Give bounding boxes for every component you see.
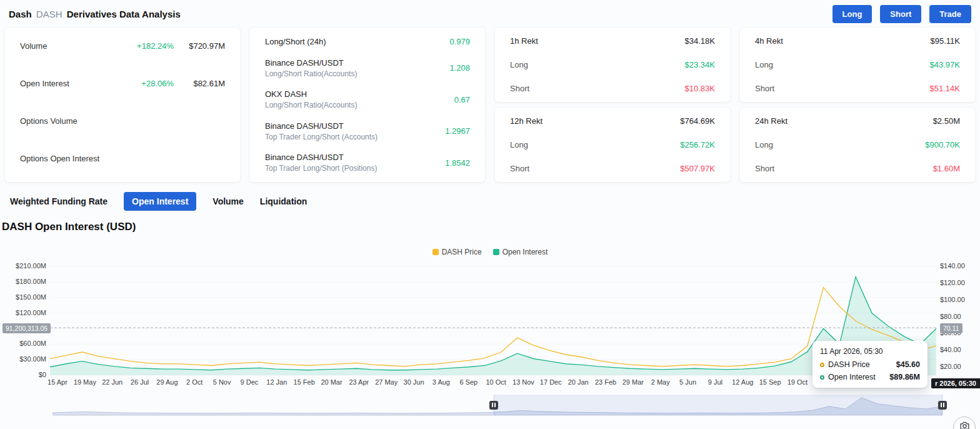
chart-navigator[interactable] (52, 395, 942, 416)
stat-label: Volume (20, 41, 47, 51)
tab-weighted-funding-rate[interactable]: Weighted Funding Rate (10, 196, 108, 206)
camera-button[interactable] (953, 416, 976, 429)
stat-label: Options Volume (20, 116, 78, 126)
x-axis-tick: 6 Sep (459, 378, 478, 386)
x-axis-tick: 23 Feb (595, 378, 616, 386)
rekt-long-row: Long $23.34K (510, 60, 715, 69)
page-title-text: Derivatives Data Analysis (67, 9, 181, 19)
ratio-value: 0.979 (449, 37, 470, 46)
stat-change: +182.24% (137, 41, 174, 51)
chart-legend: DASH Price Open Interest (0, 248, 980, 256)
rekt-long-row: Long $43.97K (755, 60, 960, 69)
right-axis-tick: $80.00 (940, 313, 979, 320)
left-axis-tick: $30.00M (0, 355, 46, 363)
ratio-row: Long/Short (24h) 0.979 (265, 37, 470, 46)
rekt-total-row: 24h Rekt $2.50M (755, 116, 960, 126)
x-axis-tick: 2 Oct (186, 378, 202, 386)
x-axis-tick: 10 Oct (486, 378, 506, 386)
rekt-total-row: 4h Rekt $95.11K (755, 36, 960, 46)
rekt-short-row: Short $51.14K (755, 84, 960, 93)
x-axis-tick: 12 Aug (732, 378, 753, 386)
long-button[interactable]: Long (832, 5, 872, 23)
rekt-short-value: $51.14K (930, 84, 960, 93)
tab-open-interest[interactable]: Open Interest (124, 192, 196, 211)
ratio-title: Binance DASH/USDT (265, 121, 378, 131)
rekt-long-value: $23.34K (685, 60, 715, 69)
navigator-selected-range[interactable] (494, 395, 942, 415)
trade-button[interactable]: Trade (929, 5, 971, 23)
tooltip-time: 11 Apr 2026, 05:30 (820, 347, 920, 356)
rekt-total: $34.18K (685, 36, 715, 46)
short-button[interactable]: Short (880, 5, 921, 23)
rekt-short-row: Short $1.60M (755, 164, 960, 173)
stat-change: +28.06% (141, 79, 174, 88)
rekt-long-row: Long $900.70K (755, 140, 960, 149)
short-label: Short (755, 84, 774, 93)
page: Dash DASH Derivatives Data Analysis Long… (0, 0, 980, 429)
legend-item-open-interest[interactable]: Open Interest (493, 248, 548, 256)
ratio-row: Binance DASH/USDT Long/Short Ratio(Accou… (265, 58, 470, 78)
long-label: Long (510, 140, 528, 149)
rekt-short-value: $10.83K (685, 84, 715, 93)
long-label: Long (510, 60, 528, 69)
x-axis-tick: 5 Nov (213, 378, 231, 386)
rekt-24h-card: 24h Rekt $2.50M Long $900.70K Short $1.6… (740, 108, 975, 182)
ratio-title: Binance DASH/USDT (265, 153, 377, 162)
rekt-period: 4h Rekt (755, 36, 783, 46)
rekt-1h-card: 1h Rekt $34.18K Long $23.34K Short $10.8… (495, 28, 730, 102)
x-axis-tick: 20 Jan (568, 378, 589, 386)
stat-value: $82.61M (180, 79, 225, 88)
rekt-total: $764.69K (680, 116, 715, 126)
rekt-column-1: 1h Rekt $34.18K Long $23.34K Short $10.8… (495, 28, 730, 182)
right-axis-tick: $100.00 (940, 296, 979, 303)
crosshair-date-badge: r 2026, 05:30 (931, 378, 980, 388)
stat-value: $720.97M (180, 41, 225, 51)
left-axis-tick: $180.00M (0, 278, 46, 285)
open-interest-row: Open Interest +28.06% $82.61M (20, 79, 225, 88)
rekt-long-value: $256.72K (680, 140, 715, 149)
rekt-short-value: $1.60M (933, 164, 960, 173)
left-axis: $210.00M$180.00M$150.00M$120.00M$90.00M$… (0, 261, 46, 375)
ratio-value: 1.8542 (445, 158, 470, 168)
navigator-left-handle[interactable] (489, 401, 498, 410)
tab-volume[interactable]: Volume (212, 196, 244, 206)
chart-plot[interactable] (50, 261, 936, 375)
legend-item-dash-price[interactable]: DASH Price (432, 248, 482, 256)
left-axis-tick: $150.00M (0, 293, 46, 301)
tooltip-row: DASH Price $45.60 (820, 360, 920, 369)
ratio-titles: Binance DASH/USDT Top Trader Long/Short … (265, 121, 378, 141)
ratio-subtitle: Top Trader Long/Short (Accounts) (265, 133, 378, 141)
rekt-short-row: Short $10.83K (510, 84, 715, 93)
stat-values: +182.24% $720.97M (137, 41, 225, 51)
left-axis-tick: $120.00M (0, 309, 46, 316)
tooltip-label: DASH Price (828, 360, 896, 369)
x-axis-tick: 30 Jun (404, 378, 424, 386)
dash-price-swatch-icon (432, 249, 439, 255)
ratio-titles: Binance DASH/USDT Long/Short Ratio(Accou… (265, 58, 357, 78)
rekt-long-row: Long $256.72K (510, 140, 715, 149)
ratio-title: OKX DASH (265, 89, 357, 99)
rekt-long-value: $900.70K (925, 140, 960, 149)
open-interest-swatch-icon (493, 249, 499, 255)
x-axis-tick: 3 Aug (432, 378, 450, 386)
top-bar: Dash DASH Derivatives Data Analysis Long… (0, 0, 980, 28)
left-axis-tick: $0 (0, 371, 46, 378)
x-axis-tick: 19 Oct (788, 378, 808, 386)
page-title: Dash DASH Derivatives Data Analysis (9, 9, 181, 19)
ratio-subtitle: Top Trader Long/Short (Positions) (265, 164, 377, 173)
options-volume-row: Options Volume (20, 116, 225, 126)
short-label: Short (510, 84, 529, 93)
navigator-right-handle[interactable] (938, 401, 947, 410)
tab-liquidation[interactable]: Liquidation (260, 196, 307, 206)
rekt-short-row: Short $507.97K (510, 164, 715, 173)
x-axis-tick: 15 Apr (48, 378, 68, 386)
rekt-period: 12h Rekt (510, 116, 542, 126)
crosshair-left-badge: 91,200,313.05 (2, 323, 51, 333)
tooltip-row: Open Interest $89.86M (820, 373, 920, 381)
ratio-titles: Binance DASH/USDT Top Trader Long/Short … (265, 153, 377, 173)
volume-row: Volume +182.24% $720.97M (20, 41, 225, 51)
volume-open-interest-card: Volume +182.24% $720.97M Open Interest +… (5, 28, 240, 182)
tooltip-value: $89.86M (889, 373, 920, 381)
ratio-title: Binance DASH/USDT (265, 58, 357, 68)
rekt-total-row: 1h Rekt $34.18K (510, 36, 715, 46)
